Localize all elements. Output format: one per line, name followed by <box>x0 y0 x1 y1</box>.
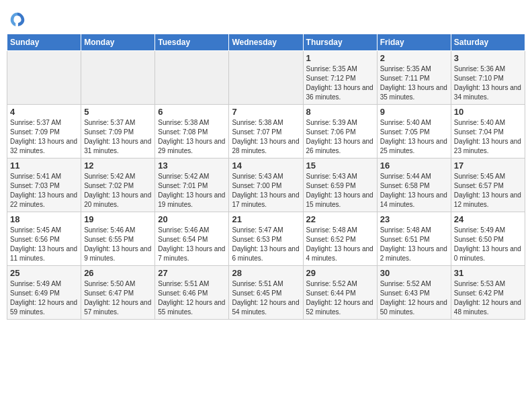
calendar-cell: 3Sunrise: 5:36 AMSunset: 7:10 PMDaylight… <box>451 51 525 105</box>
day-info: Sunrise: 5:50 AM <box>84 279 152 289</box>
calendar-day-header: Monday <box>81 34 155 51</box>
calendar-day-header: Wednesday <box>229 34 303 51</box>
day-info: Sunset: 6:57 PM <box>454 181 522 191</box>
day-info: Sunset: 7:06 PM <box>306 128 374 137</box>
day-info: Sunset: 7:09 PM <box>10 128 78 137</box>
calendar-cell <box>81 51 155 105</box>
day-info: Daylight: 13 hours and 36 minutes. <box>306 83 374 102</box>
day-info: Sunset: 7:04 PM <box>454 128 522 137</box>
day-number: 9 <box>380 107 448 117</box>
day-info: Daylight: 13 hours and 35 minutes. <box>380 83 448 102</box>
day-info: Sunrise: 5:38 AM <box>158 118 226 128</box>
day-info: Daylight: 13 hours and 25 minutes. <box>380 137 448 156</box>
day-info: Sunset: 7:08 PM <box>158 128 226 137</box>
calendar-cell: 14Sunrise: 5:43 AMSunset: 7:00 PMDayligh… <box>229 158 303 212</box>
calendar-cell <box>7 51 81 105</box>
day-info: Sunrise: 5:35 AM <box>380 64 448 74</box>
day-info: Sunset: 7:05 PM <box>380 128 448 137</box>
calendar-cell: 17Sunrise: 5:45 AMSunset: 6:57 PMDayligh… <box>451 158 525 212</box>
calendar-cell: 2Sunrise: 5:35 AMSunset: 7:11 PMDaylight… <box>377 51 451 105</box>
day-info: Sunset: 7:11 PM <box>380 74 448 83</box>
day-info: Daylight: 13 hours and 23 minutes. <box>454 137 522 156</box>
day-info: Sunrise: 5:49 AM <box>454 226 522 235</box>
day-info: Sunrise: 5:48 AM <box>306 226 374 235</box>
calendar-cell: 6Sunrise: 5:38 AMSunset: 7:08 PMDaylight… <box>155 105 229 158</box>
calendar-cell: 7Sunrise: 5:38 AMSunset: 7:07 PMDaylight… <box>229 105 303 158</box>
day-info: Sunset: 7:07 PM <box>232 128 300 137</box>
calendar-cell: 25Sunrise: 5:49 AMSunset: 6:49 PMDayligh… <box>7 266 81 320</box>
day-info: Sunrise: 5:47 AM <box>232 226 300 235</box>
day-info: Sunset: 7:10 PM <box>454 74 522 83</box>
day-info: Sunset: 6:51 PM <box>380 235 448 244</box>
calendar-cell: 26Sunrise: 5:50 AMSunset: 6:47 PMDayligh… <box>81 266 155 320</box>
calendar-cell: 15Sunrise: 5:43 AMSunset: 6:59 PMDayligh… <box>303 158 377 212</box>
day-info: Sunrise: 5:52 AM <box>380 279 448 289</box>
day-info: Daylight: 13 hours and 31 minutes. <box>84 137 152 156</box>
calendar-cell: 28Sunrise: 5:51 AMSunset: 6:45 PMDayligh… <box>229 266 303 320</box>
day-info: Daylight: 13 hours and 29 minutes. <box>158 137 226 156</box>
calendar-week-row: 18Sunrise: 5:45 AMSunset: 6:56 PMDayligh… <box>7 212 525 266</box>
day-info: Sunset: 6:58 PM <box>380 181 448 191</box>
day-info: Sunrise: 5:48 AM <box>380 226 448 235</box>
day-number: 31 <box>454 268 522 278</box>
day-info: Daylight: 13 hours and 9 minutes. <box>84 244 152 263</box>
calendar-cell: 11Sunrise: 5:41 AMSunset: 7:03 PMDayligh… <box>7 158 81 212</box>
day-number: 12 <box>84 161 152 171</box>
day-number: 18 <box>10 214 78 224</box>
day-info: Sunrise: 5:38 AM <box>232 118 300 128</box>
calendar-cell: 18Sunrise: 5:45 AMSunset: 6:56 PMDayligh… <box>7 212 81 266</box>
calendar-cell: 21Sunrise: 5:47 AMSunset: 6:53 PMDayligh… <box>229 212 303 266</box>
day-info: Daylight: 13 hours and 2 minutes. <box>380 244 448 263</box>
day-info: Sunset: 6:50 PM <box>454 235 522 244</box>
calendar-week-row: 4Sunrise: 5:37 AMSunset: 7:09 PMDaylight… <box>7 105 525 158</box>
day-info: Daylight: 12 hours and 55 minutes. <box>158 298 226 317</box>
calendar-cell: 5Sunrise: 5:37 AMSunset: 7:09 PMDaylight… <box>81 105 155 158</box>
day-info: Daylight: 13 hours and 12 minutes. <box>454 191 522 210</box>
day-number: 4 <box>10 107 78 117</box>
day-info: Sunrise: 5:45 AM <box>10 226 78 235</box>
day-number: 6 <box>158 107 226 117</box>
calendar-week-row: 25Sunrise: 5:49 AMSunset: 6:49 PMDayligh… <box>7 266 525 320</box>
calendar-cell: 13Sunrise: 5:42 AMSunset: 7:01 PMDayligh… <box>155 158 229 212</box>
day-info: Daylight: 13 hours and 28 minutes. <box>232 137 300 156</box>
day-info: Sunrise: 5:36 AM <box>454 64 522 74</box>
calendar-cell <box>155 51 229 105</box>
day-info: Sunset: 6:49 PM <box>10 289 78 298</box>
day-number: 26 <box>84 268 152 278</box>
logo <box>7 9 27 28</box>
calendar-cell: 20Sunrise: 5:46 AMSunset: 6:54 PMDayligh… <box>155 212 229 266</box>
day-info: Sunrise: 5:42 AM <box>158 172 226 181</box>
day-number: 17 <box>454 161 522 171</box>
day-info: Daylight: 13 hours and 7 minutes. <box>158 244 226 263</box>
calendar-day-header: Friday <box>377 34 451 51</box>
day-info: Daylight: 12 hours and 52 minutes. <box>306 298 374 317</box>
day-number: 27 <box>158 268 226 278</box>
calendar-cell: 12Sunrise: 5:42 AMSunset: 7:02 PMDayligh… <box>81 158 155 212</box>
day-number: 25 <box>10 268 78 278</box>
day-info: Sunrise: 5:42 AM <box>84 172 152 181</box>
day-info: Sunrise: 5:49 AM <box>10 279 78 289</box>
calendar-day-header: Saturday <box>451 34 525 51</box>
day-info: Daylight: 13 hours and 11 minutes. <box>10 244 78 263</box>
calendar-week-row: 1Sunrise: 5:35 AMSunset: 7:12 PMDaylight… <box>7 51 525 105</box>
day-info: Daylight: 12 hours and 57 minutes. <box>84 298 152 317</box>
day-number: 10 <box>454 107 522 117</box>
day-info: Sunrise: 5:44 AM <box>380 172 448 181</box>
day-info: Sunrise: 5:53 AM <box>454 279 522 289</box>
day-info: Daylight: 12 hours and 59 minutes. <box>10 298 78 317</box>
day-info: Sunrise: 5:51 AM <box>232 279 300 289</box>
day-info: Sunset: 6:44 PM <box>306 289 374 298</box>
day-info: Sunset: 7:09 PM <box>84 128 152 137</box>
day-info: Sunrise: 5:46 AM <box>84 226 152 235</box>
calendar-cell: 4Sunrise: 5:37 AMSunset: 7:09 PMDaylight… <box>7 105 81 158</box>
calendar-cell: 29Sunrise: 5:52 AMSunset: 6:44 PMDayligh… <box>303 266 377 320</box>
calendar-header-row: SundayMondayTuesdayWednesdayThursdayFrid… <box>7 34 525 51</box>
day-info: Daylight: 13 hours and 17 minutes. <box>232 191 300 210</box>
day-info: Sunrise: 5:52 AM <box>306 279 374 289</box>
logo-icon <box>8 9 27 28</box>
calendar-day-header: Thursday <box>303 34 377 51</box>
day-info: Sunset: 6:47 PM <box>84 289 152 298</box>
day-info: Daylight: 13 hours and 20 minutes. <box>84 191 152 210</box>
day-info: Sunset: 7:12 PM <box>306 74 374 83</box>
day-info: Sunset: 6:43 PM <box>380 289 448 298</box>
